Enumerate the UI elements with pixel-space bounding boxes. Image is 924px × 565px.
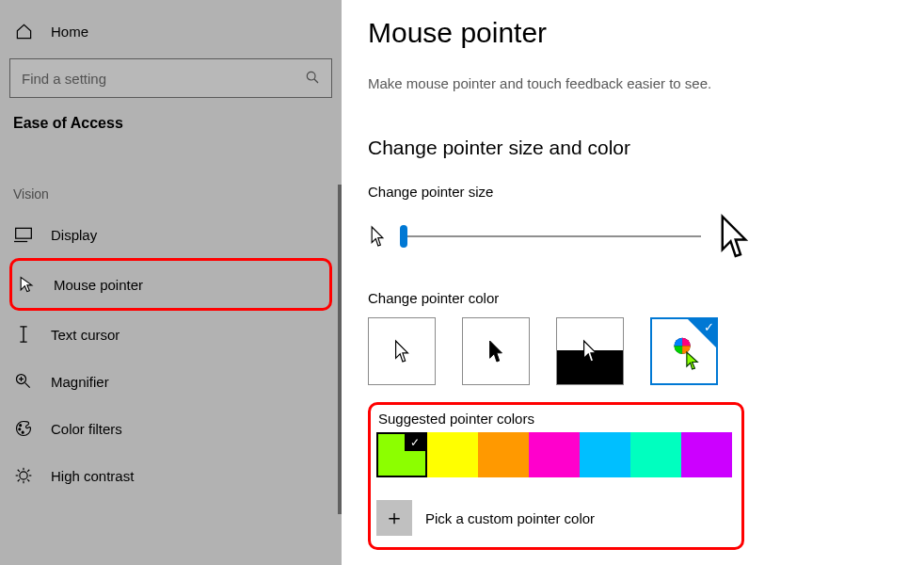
text-cursor-icon — [13, 324, 34, 345]
cursor-small-icon — [368, 224, 387, 249]
contrast-icon — [13, 465, 34, 486]
suggested-colors-label: Suggested pointer colors — [378, 411, 732, 427]
sidebar-item-label: High contrast — [51, 468, 134, 484]
pick-custom-color-label: Pick a custom pointer color — [425, 510, 595, 526]
pointer-color-inverted[interactable] — [556, 317, 624, 385]
svg-line-5 — [25, 383, 30, 388]
slider-thumb[interactable] — [400, 225, 407, 248]
color-swatch-purple[interactable] — [681, 432, 732, 477]
slider-track — [400, 235, 701, 237]
pointer-size-slider[interactable] — [400, 226, 701, 247]
color-swatch-orange[interactable] — [478, 432, 529, 477]
sidebar-item-color-filters[interactable]: Color filters — [9, 405, 332, 452]
search-icon — [305, 70, 320, 88]
sidebar-scrollbar[interactable] — [338, 185, 342, 514]
sidebar-item-high-contrast[interactable]: High contrast — [9, 452, 332, 499]
color-swatch-lime[interactable]: ✓ — [376, 432, 427, 477]
pointer-color-label: Change pointer color — [368, 290, 898, 306]
svg-line-1 — [314, 79, 318, 83]
section-header: Ease of Access — [13, 115, 332, 132]
sidebar-item-label: Display — [51, 227, 97, 243]
pointer-size-label: Change pointer size — [368, 184, 898, 200]
color-swatch-cyan[interactable] — [580, 432, 630, 477]
svg-point-10 — [22, 431, 24, 433]
svg-point-0 — [307, 72, 315, 80]
sidebar-item-label: Magnifier — [51, 374, 109, 390]
search-placeholder: Find a setting — [22, 71, 106, 87]
pointer-size-row — [368, 211, 898, 262]
pointer-color-black[interactable] — [462, 317, 530, 385]
sidebar-item-label: Mouse pointer — [54, 277, 143, 293]
magnifier-icon — [13, 371, 34, 392]
check-icon: ✓ — [704, 320, 714, 334]
svg-line-17 — [27, 479, 29, 481]
svg-point-8 — [20, 425, 22, 427]
sidebar-item-label: Color filters — [51, 421, 122, 437]
group-header: Vision — [13, 186, 332, 202]
home-link[interactable]: Home — [9, 13, 332, 53]
sidebar-item-magnifier[interactable]: Magnifier — [9, 358, 332, 405]
page-description: Make mouse pointer and touch feedback ea… — [368, 75, 898, 91]
sidebar-item-text-cursor[interactable]: Text cursor — [9, 311, 332, 358]
palette-icon — [13, 418, 34, 439]
sidebar-nav: Display Mouse pointer Text cursor Magnif… — [9, 211, 332, 499]
pick-custom-color[interactable]: ＋ Pick a custom pointer color — [376, 500, 732, 536]
content-area: Mouse pointer Make mouse pointer and tou… — [342, 0, 924, 565]
cursor-icon — [16, 274, 37, 295]
sidebar-item-display[interactable]: Display — [9, 211, 332, 258]
sidebar-item-mouse-pointer[interactable]: Mouse pointer — [9, 258, 332, 311]
plus-icon: ＋ — [376, 500, 412, 536]
cursor-large-icon — [714, 211, 754, 262]
monitor-icon — [13, 224, 34, 245]
pointer-color-white[interactable] — [368, 317, 436, 385]
color-swatch-magenta[interactable] — [529, 432, 580, 477]
color-swatch-teal[interactable] — [630, 432, 681, 477]
suggested-colors-box: Suggested pointer colors ✓ ＋ Pick a cust… — [368, 402, 744, 550]
svg-point-11 — [20, 472, 27, 479]
pointer-color-options: ✓ — [368, 317, 898, 385]
svg-line-16 — [18, 470, 20, 472]
color-swatch-yellow[interactable] — [427, 432, 478, 477]
home-icon — [13, 21, 34, 41]
svg-line-19 — [27, 470, 29, 472]
svg-rect-2 — [16, 228, 32, 238]
search-input[interactable]: Find a setting — [9, 58, 332, 98]
svg-line-18 — [18, 479, 20, 481]
settings-sidebar: Home Find a setting Ease of Access Visio… — [0, 0, 342, 565]
pointer-color-custom[interactable]: ✓ — [650, 317, 718, 385]
check-icon: ✓ — [405, 434, 425, 451]
sidebar-item-label: Text cursor — [51, 327, 119, 343]
page-title: Mouse pointer — [368, 17, 898, 49]
svg-point-9 — [19, 428, 21, 430]
suggested-color-swatches: ✓ — [376, 432, 732, 477]
home-label: Home — [51, 24, 88, 40]
section-title: Change pointer size and color — [368, 137, 898, 159]
